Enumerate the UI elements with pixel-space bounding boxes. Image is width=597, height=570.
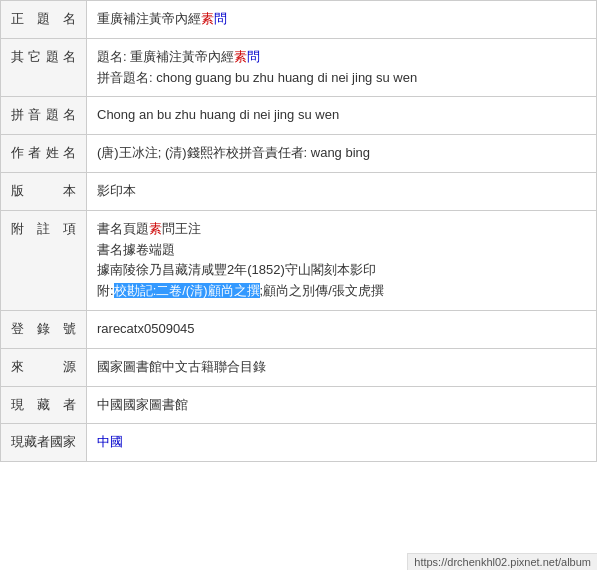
label-qitaming: 其它題名 <box>1 38 87 97</box>
table-row: 正題名 重廣補注黃帝內經素問 <box>1 1 597 39</box>
table-row: 登錄號 rarecatx0509045 <box>1 310 597 348</box>
value-regnum: rarecatx0509045 <box>87 310 597 348</box>
table-row: 作者姓名 (唐)王冰注; (清)錢熙祚校拼音責任者: wang bing <box>1 135 597 173</box>
text-normal: 拼音題名: chong guang bu zhu huang di nei ji… <box>97 70 417 85</box>
value-holder-country: 中國 <box>87 424 597 462</box>
table-row: 附註項 書名頁題素問王注 書名據卷端題 據南陵徐乃昌藏清咸豐2年(1852)守山… <box>1 210 597 310</box>
text-normal: ;顧尚之別傳/張文虎撰 <box>260 283 384 298</box>
value-source: 國家圖書館中文古籍聯合目錄 <box>87 348 597 386</box>
line: 書名據卷端題 <box>97 240 586 261</box>
text-normal: 書名據卷端題 <box>97 242 175 257</box>
url-text: https://drchenkhl02.pixnet.net/album <box>414 556 591 568</box>
label-regnum: 登錄號 <box>1 310 87 348</box>
value-qitaming: 題名: 重廣補注黃帝內經素問 拼音題名: chong guang bu zhu … <box>87 38 597 97</box>
line: 拼音題名: chong guang bu zhu huang di nei ji… <box>97 68 586 89</box>
text-normal: 中國國家圖書館 <box>97 397 188 412</box>
label-source: 來源 <box>1 348 87 386</box>
value-version: 影印本 <box>87 172 597 210</box>
text-normal: 國家圖書館中文古籍聯合目錄 <box>97 359 266 374</box>
value-author: (唐)王冰注; (清)錢熙祚校拼音責任者: wang bing <box>87 135 597 173</box>
text-normal: 書名頁題 <box>97 221 149 236</box>
table-row: 來源 國家圖書館中文古籍聯合目錄 <box>1 348 597 386</box>
value-zhengtiming: 重廣補注黃帝內經素問 <box>87 1 597 39</box>
table-row: 版本 影印本 <box>1 172 597 210</box>
table-row: 現藏者 中國國家圖書館 <box>1 386 597 424</box>
label-author: 作者姓名 <box>1 135 87 173</box>
text-normal: 重廣補注黃帝內經 <box>97 11 201 26</box>
text-blue: 中國 <box>97 434 123 449</box>
label-version: 版本 <box>1 172 87 210</box>
value-pinyinming: Chong an bu zhu huang di nei jing su wen <box>87 97 597 135</box>
text-normal: 題名: 重廣補注黃帝內經 <box>97 49 234 64</box>
value-notes: 書名頁題素問王注 書名據卷端題 據南陵徐乃昌藏清咸豐2年(1852)守山閣刻本影… <box>87 210 597 310</box>
table-row: 現藏者國家 中國 <box>1 424 597 462</box>
text-normal: 附: <box>97 283 114 298</box>
text-highlight: 校勘記:二卷/(清)顧尚之撰 <box>114 283 260 298</box>
text-red: 素 <box>201 11 214 26</box>
text-normal: Chong an bu zhu huang di nei jing su wen <box>97 107 339 122</box>
line: 書名頁題素問王注 <box>97 219 586 240</box>
label-holder: 現藏者 <box>1 386 87 424</box>
text-normal: (唐)王冰注; (清)錢熙祚校拼音責任者: wang bing <box>97 145 370 160</box>
main-container: 正題名 重廣補注黃帝內經素問 其它題名 題名: 重廣補注黃帝內經素問 拼音題名:… <box>0 0 597 570</box>
value-holder: 中國國家圖書館 <box>87 386 597 424</box>
url-bar: https://drchenkhl02.pixnet.net/album <box>407 553 597 570</box>
line: 附:校勘記:二卷/(清)顧尚之撰;顧尚之別傳/張文虎撰 <box>97 281 586 302</box>
table-row: 拼音題名 Chong an bu zhu huang di nei jing s… <box>1 97 597 135</box>
label-notes: 附註項 <box>1 210 87 310</box>
text-normal: 問王注 <box>162 221 201 236</box>
label-zhengtiming: 正題名 <box>1 1 87 39</box>
label-pinyinming: 拼音題名 <box>1 97 87 135</box>
info-table: 正題名 重廣補注黃帝內經素問 其它題名 題名: 重廣補注黃帝內經素問 拼音題名:… <box>0 0 597 462</box>
text-red: 素 <box>149 221 162 236</box>
text-blue: 問 <box>214 11 227 26</box>
text-normal: 據南陵徐乃昌藏清咸豐2年(1852)守山閣刻本影印 <box>97 262 376 277</box>
text-normal: rarecatx0509045 <box>97 321 195 336</box>
line: 題名: 重廣補注黃帝內經素問 <box>97 47 586 68</box>
line: 據南陵徐乃昌藏清咸豐2年(1852)守山閣刻本影印 <box>97 260 586 281</box>
text-blue: 問 <box>247 49 260 64</box>
text-normal: 影印本 <box>97 183 136 198</box>
table-row: 其它題名 題名: 重廣補注黃帝內經素問 拼音題名: chong guang bu… <box>1 38 597 97</box>
text-red: 素 <box>234 49 247 64</box>
label-holder-country: 現藏者國家 <box>1 424 87 462</box>
